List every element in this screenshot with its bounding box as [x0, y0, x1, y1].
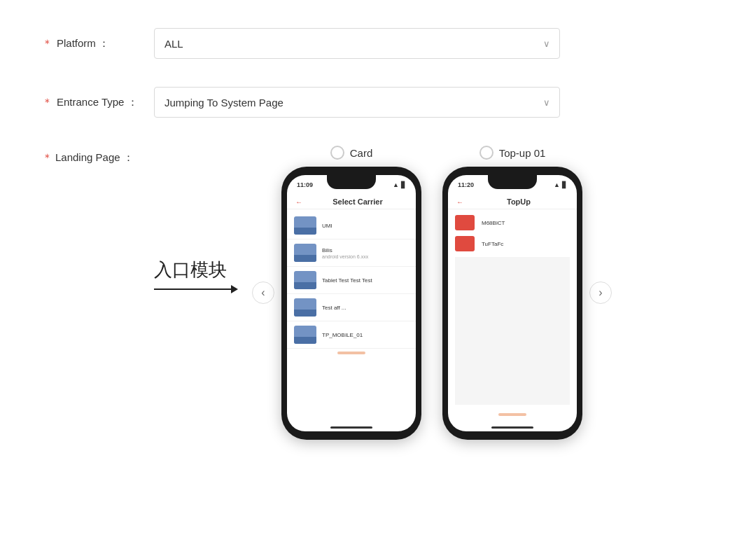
nav-title-2: TopUp	[469, 197, 568, 206]
wifi-icon-2: ▲	[554, 181, 560, 188]
nav-title-1: Select Carrier	[308, 197, 407, 206]
landing-page-row: ＊ Landing Page ： 入口模块 ‹ Card	[42, 146, 714, 440]
platform-required-star: ＊	[42, 37, 52, 50]
time-1: 11:09	[297, 181, 313, 188]
topup-text-0: M68BlCT	[482, 220, 505, 226]
entrance-type-select-wrapper: Jumping To System Page External Link Int…	[154, 87, 560, 118]
entrance-type-row: ＊ Entrance Type ： Jumping To System Page…	[42, 87, 714, 118]
landing-page-label-text: Landing Page ：	[55, 151, 134, 165]
home-bar-line-2	[491, 426, 533, 429]
phone-mockup-card: 11:09 ▲ ▊ ← Select Carrier	[281, 167, 421, 440]
card-option-label[interactable]: Card	[330, 146, 373, 160]
carrier-item-2: Tablet Test Test Test	[287, 267, 416, 294]
phone-screen-2: 11:20 ▲ ▊ ← TopUp	[448, 175, 577, 431]
carrier-name-3: Test aff ...	[322, 305, 409, 311]
card-radio[interactable]	[330, 146, 344, 160]
phone-notch-1	[327, 175, 376, 189]
platform-select-wrapper: ALL iOS Android ∨	[154, 28, 560, 59]
grey-bottom-area	[455, 257, 570, 405]
phone-screen-1: 11:09 ▲ ▊ ← Select Carrier	[287, 175, 416, 431]
annotation-block: 入口模块	[154, 146, 238, 293]
phone-cards: Card 11:09 ▲ ▊ ←	[281, 146, 582, 440]
platform-select[interactable]: ALL iOS Android	[154, 28, 560, 59]
landing-page-label: ＊ Landing Page ：	[42, 146, 154, 165]
carrier-list: UMI Bilis android version 6.xxx	[287, 209, 416, 423]
topup-text-1: TuFTaFc	[482, 241, 503, 247]
carrier-name-0: UMI	[322, 223, 409, 229]
carrier-sub-1: android version 6.xxx	[322, 254, 409, 259]
phone-card-2: Top-up 01 11:20 ▲ ▊ ←	[442, 146, 582, 440]
carrier-thumb-2	[294, 271, 316, 289]
carrier-info-2: Tablet Test Test Test	[322, 277, 409, 284]
scroll-indicator-1	[337, 352, 365, 354]
phone-card-1: Card 11:09 ▲ ▊ ←	[281, 146, 421, 440]
annotation-arrow	[154, 285, 238, 293]
carrier-item-3: Test aff ...	[287, 294, 416, 321]
carrier-info-1: Bilis android version 6.xxx	[322, 247, 409, 259]
topup-color-1	[455, 236, 475, 251]
carrier-thumb-0	[294, 216, 316, 235]
home-bar-1	[287, 423, 416, 431]
entrance-type-required-star: ＊	[42, 96, 52, 109]
battery-icon-1: ▊	[401, 181, 406, 188]
wifi-icon-1: ▲	[393, 181, 399, 188]
status-icons-2: ▲ ▊	[554, 181, 567, 188]
topup-list: M68BlCT TuFTaFc	[448, 209, 577, 423]
topup-item-1: TuFTaFc	[455, 236, 570, 251]
nav-bar-2: ← TopUp	[448, 195, 577, 209]
home-bar-line-1	[330, 426, 372, 429]
topup-option-text: Top-up 01	[499, 147, 546, 159]
carrier-info-0: UMI	[322, 223, 409, 229]
entrance-type-label-text: Entrance Type ：	[57, 96, 138, 109]
carrier-item-0: UMI	[287, 212, 416, 239]
carrier-thumb-4	[294, 326, 316, 344]
platform-label-text: Platform ：	[57, 37, 109, 50]
platform-label: ＊ Platform ：	[42, 37, 154, 50]
carrier-item-1: Bilis android version 6.xxx	[287, 239, 416, 267]
battery-icon-2: ▊	[562, 181, 567, 188]
topup-radio[interactable]	[479, 146, 493, 160]
carrier-info-3: Test aff ...	[322, 305, 409, 311]
phone-notch-2	[488, 175, 537, 189]
topup-item-0: M68BlCT	[455, 215, 570, 230]
card-option-text: Card	[350, 147, 373, 159]
status-icons-1: ▲ ▊	[393, 181, 406, 188]
carrier-name-2: Tablet Test Test Test	[322, 277, 409, 284]
carousel-prev-button[interactable]: ‹	[252, 282, 274, 304]
carrier-thumb-3	[294, 298, 316, 317]
carrier-item-4: TP_MOBILE_01	[287, 321, 416, 349]
phone-mockup-topup: 11:20 ▲ ▊ ← TopUp	[442, 167, 582, 440]
carousel-area: ‹ Card 11:09 ▲ ▊	[252, 146, 714, 440]
carousel-next-button[interactable]: ›	[589, 282, 612, 304]
carrier-info-4: TP_MOBILE_01	[322, 332, 409, 338]
back-arrow-1: ←	[295, 198, 302, 206]
topup-color-0	[455, 215, 475, 230]
entrance-type-label: ＊ Entrance Type ：	[42, 96, 154, 109]
carrier-name-4: TP_MOBILE_01	[322, 332, 409, 338]
scroll-indicator-2	[498, 413, 526, 416]
platform-row: ＊ Platform ： ALL iOS Android ∨	[42, 28, 714, 59]
carrier-thumb-1	[294, 244, 316, 262]
annotation-text: 入口模块	[154, 258, 227, 282]
entrance-type-select[interactable]: Jumping To System Page External Link Int…	[154, 87, 560, 118]
landing-page-required-star: ＊	[42, 151, 52, 165]
home-bar-2	[448, 423, 577, 431]
arrow-head	[231, 285, 238, 293]
nav-bar-1: ← Select Carrier	[287, 195, 416, 209]
arrow-line	[154, 289, 231, 290]
back-arrow-2: ←	[456, 198, 463, 206]
time-2: 11:20	[458, 181, 474, 188]
carrier-name-1: Bilis	[322, 247, 409, 253]
topup-option-label[interactable]: Top-up 01	[479, 146, 546, 160]
